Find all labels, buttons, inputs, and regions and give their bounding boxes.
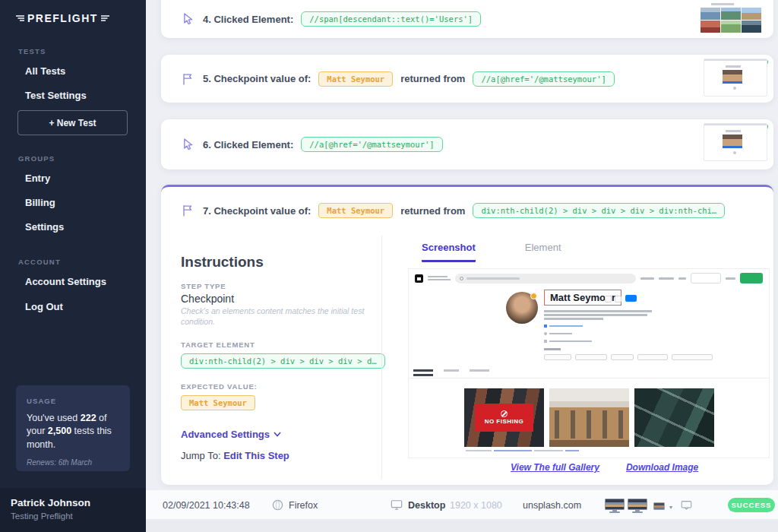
- placeholder-bar: [723, 146, 742, 148]
- step-screenshot-thumbnail[interactable]: [701, 2, 761, 33]
- thumb-photo: [742, 8, 761, 20]
- step-label: 7. Checkpoint value of:: [203, 205, 311, 217]
- edit-this-step-link[interactable]: Edit This Step: [223, 450, 289, 461]
- tab-element[interactable]: Element: [525, 242, 561, 262]
- placeholder-bar: [549, 340, 592, 343]
- target-element-chip[interactable]: div:nth-child(2) > div > div > div > d…: [181, 353, 385, 369]
- sidebar-user-footer[interactable]: Patrick Johnson Testing Preflight: [0, 488, 146, 532]
- photo-caption: [466, 450, 579, 451]
- preflight-app: PREFLIGHT TESTS All Tests Test Settings …: [0, 0, 778, 532]
- step-selector-chip[interactable]: //span[descendant::text()='Users']: [301, 11, 481, 27]
- thumb-photo: [723, 135, 742, 146]
- profile-tabs: [413, 369, 489, 372]
- placeholder-bar: [726, 65, 741, 68]
- bottom-strip: [146, 519, 778, 532]
- step-action: Clicked Element:: [213, 14, 293, 25]
- placeholder-bar: [659, 277, 674, 280]
- main-content: 4. Clicked Element: //span[descendant::t…: [146, 0, 778, 532]
- unsplash-signup-button: [740, 273, 763, 283]
- profile-website: [544, 340, 592, 343]
- usage-renews: Renews: 6th March: [27, 458, 119, 467]
- placeholder-bar: [544, 310, 652, 312]
- profile-hire-link: [544, 325, 583, 328]
- thumb-photo: [701, 21, 720, 33]
- run-datetime: 02/09/2021 10:43:48: [163, 500, 250, 511]
- step-card-6[interactable]: 6. Clicked Element: //a[@href='/@mattsey…: [161, 119, 773, 169]
- step-label: 6. Clicked Element:: [203, 139, 293, 150]
- step-screenshot-thumbnail[interactable]: [704, 59, 767, 97]
- expected-value-chip[interactable]: Matt Seymour: [181, 395, 255, 410]
- step-screenshot-thumbnail[interactable]: [704, 123, 767, 161]
- divider: [409, 378, 769, 378]
- usage-pre: You've used: [27, 413, 81, 423]
- preflight-logo: PREFLIGHT: [15, 12, 110, 24]
- new-test-button[interactable]: + New Test: [17, 110, 128, 135]
- placeholder-bar: [544, 314, 647, 316]
- step-mid-text: returned from: [400, 205, 465, 217]
- desktop-icon: [391, 499, 403, 511]
- likes-tab: [444, 369, 459, 372]
- sidebar-item-log-out[interactable]: Log Out: [25, 301, 63, 312]
- step-card-4[interactable]: 4. Clicked Element: //span[descendant::t…: [161, 0, 773, 38]
- profile-badge-icon: [530, 293, 537, 299]
- placeholder-bar: [549, 325, 583, 328]
- logo-left-wing-icon: [15, 14, 25, 22]
- device-resolution: 1920 x 1080: [450, 500, 502, 511]
- unsplash-search-input: [455, 274, 636, 283]
- usage-box: USAGE You've used 222 of your 2,500 test…: [16, 385, 130, 471]
- photo-snowy-building: [549, 388, 629, 447]
- step-selector-chip[interactable]: div:nth-child(2) > div > div > div > div…: [473, 203, 725, 218]
- view-full-gallery-link[interactable]: View The full Gallery: [511, 462, 599, 473]
- sidebar-item-entry[interactable]: Entry: [25, 173, 50, 184]
- jump-to-row: Jump To: Edit This Step: [181, 450, 375, 461]
- screenshot-links: View The full Gallery Download Image: [511, 462, 698, 473]
- placeholder-bar: [534, 450, 563, 451]
- profile-icon-button: [615, 296, 621, 302]
- expected-value-label: EXPECTED VALUE:: [181, 382, 375, 391]
- thumb-photo: [742, 21, 761, 33]
- profile-icon-button: [605, 296, 612, 302]
- step-expected-value-chip[interactable]: Matt Seymour: [318, 203, 393, 218]
- display-icon[interactable]: [681, 500, 692, 511]
- step-expected-value-chip[interactable]: Matt Seymour: [318, 71, 393, 87]
- run-thumbnail-small[interactable]: [653, 502, 665, 510]
- thumb-screen: [628, 499, 647, 510]
- run-screenshot-thumb[interactable]: [605, 499, 625, 513]
- download-image-link[interactable]: Download Image: [626, 462, 698, 473]
- step-card-7-expanded[interactable]: 7. Checkpoint value of: Matt Seymour ret…: [161, 185, 773, 485]
- step-type-value: Checkpoint: [181, 293, 375, 305]
- sidebar-item-billing[interactable]: Billing: [25, 197, 55, 208]
- thumb-photo: [723, 70, 742, 81]
- step-action: Checkpoint value of:: [213, 73, 311, 84]
- sidebar-item-all-tests[interactable]: All Tests: [25, 65, 65, 77]
- photo-frozen-wire: [634, 388, 714, 447]
- step-selector-chip[interactable]: //a[@href='/@mattseymour']: [473, 71, 614, 87]
- sidebar-item-account-settings[interactable]: Account Settings: [25, 276, 106, 287]
- placeholder-bar: [704, 124, 767, 125]
- sidebar-item-test-settings[interactable]: Test Settings: [25, 90, 87, 101]
- tag-chip: [637, 354, 668, 360]
- caret-down-icon[interactable]: ▾: [669, 504, 672, 511]
- search-icon: [460, 277, 463, 280]
- chevron-down-icon: [274, 432, 281, 437]
- unsplash-submit-photo-button: [691, 273, 721, 283]
- unsplash-logo-icon: [415, 274, 423, 283]
- profile-follow-button: [625, 295, 637, 302]
- site-domain: unsplash.com: [523, 500, 581, 511]
- photos-tab: [413, 369, 433, 372]
- step-mid-text: returned from: [400, 73, 465, 84]
- user-name: Patrick Johnson: [11, 497, 146, 508]
- placeholder-bar: [723, 81, 742, 84]
- firefox-browser-icon: [272, 499, 283, 511]
- step-selector-chip[interactable]: //a[@href='/@mattseymour']: [301, 137, 442, 152]
- advanced-settings-toggle[interactable]: Advanced Settings: [181, 429, 375, 440]
- thumb-photo: [721, 8, 741, 20]
- tag-chip: [575, 354, 607, 360]
- screenshot-preview[interactable]: Matt Seymour: [408, 268, 770, 458]
- step-card-5[interactable]: 5. Checkpoint value of: Matt Seymour ret…: [161, 55, 773, 103]
- run-screenshot-thumb[interactable]: [628, 499, 647, 513]
- thumb-base: [609, 511, 620, 513]
- tab-screenshot[interactable]: Screenshot: [422, 242, 476, 262]
- sidebar-item-settings[interactable]: Settings: [25, 221, 64, 233]
- photo-no-fishing: NO FISHING: [464, 388, 544, 447]
